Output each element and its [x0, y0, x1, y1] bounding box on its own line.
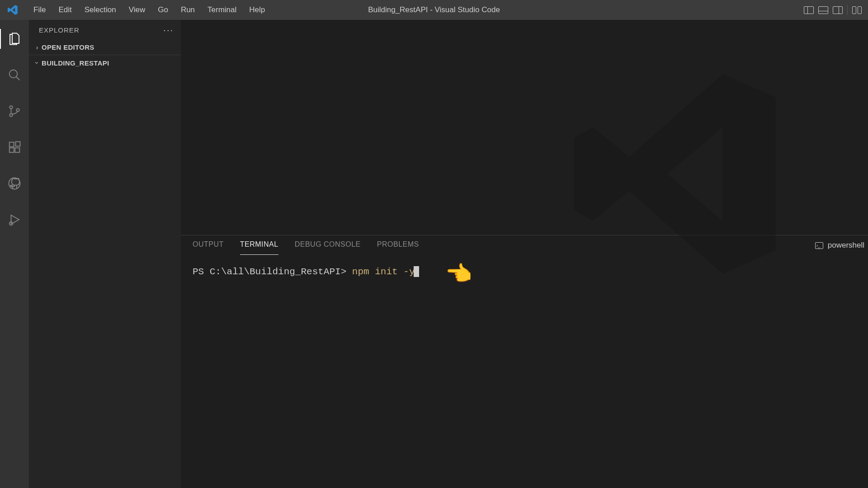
- terminal-body[interactable]: PS C:\all\Building_RestAPI> npm init -y …: [181, 255, 868, 488]
- editor-area: OUTPUT TERMINAL DEBUG CONSOLE PROBLEMS ›…: [181, 20, 868, 488]
- activity-run-debug[interactable]: [0, 207, 29, 232]
- terminal-cursor: [414, 266, 419, 277]
- toggle-panel-icon[interactable]: [818, 6, 828, 14]
- terminal-shell-selector[interactable]: ›_ powershell: [815, 241, 864, 250]
- customize-layout-icon[interactable]: [852, 6, 862, 14]
- svg-rect-8: [16, 142, 20, 146]
- sidebar-explorer: EXPLORER ··· › OPEN EDITORS › BUILDING_R…: [29, 20, 181, 488]
- svg-rect-6: [9, 148, 14, 152]
- menu-file[interactable]: File: [27, 0, 52, 20]
- menu-view[interactable]: View: [123, 0, 152, 20]
- tab-output[interactable]: OUTPUT: [193, 240, 224, 250]
- open-editors-section[interactable]: › OPEN EDITORS: [29, 40, 181, 55]
- menu-edit[interactable]: Edit: [52, 0, 78, 20]
- toggle-primary-sidebar-icon[interactable]: [804, 6, 814, 14]
- files-icon: [8, 32, 21, 46]
- title-bar: File Edit Selection View Go Run Terminal…: [0, 0, 868, 20]
- chevron-right-icon: ›: [33, 44, 42, 51]
- project-folder-section[interactable]: › BUILDING_RESTAPI: [29, 55, 181, 70]
- activity-extensions[interactable]: [0, 135, 29, 160]
- terminal-prompt: PS C:\all\Building_RestAPI>: [193, 267, 352, 277]
- menu-go[interactable]: Go: [151, 0, 175, 20]
- project-folder-label: BUILDING_RESTAPI: [42, 59, 109, 67]
- toggle-secondary-sidebar-icon[interactable]: [833, 6, 843, 14]
- terminal-shell-label: powershell: [828, 241, 864, 250]
- window-title: Building_RestAPI - Visual Studio Code: [368, 5, 500, 14]
- bottom-panel: OUTPUT TERMINAL DEBUG CONSOLE PROBLEMS ›…: [181, 235, 868, 488]
- layout-controls: [804, 5, 862, 15]
- svg-point-4: [16, 108, 19, 111]
- menu-run[interactable]: Run: [175, 0, 201, 20]
- svg-point-0: [9, 70, 18, 78]
- debug-icon: [8, 213, 21, 226]
- svg-point-3: [9, 114, 12, 117]
- chevron-down-icon: ›: [33, 58, 41, 67]
- activity-explorer[interactable]: [0, 26, 29, 52]
- svg-rect-5: [9, 142, 14, 147]
- tab-problems[interactable]: PROBLEMS: [377, 240, 419, 250]
- svg-point-9: [9, 178, 20, 189]
- terminal-shell-icon: ›_: [815, 242, 823, 249]
- tab-debug-console[interactable]: DEBUG CONSOLE: [295, 240, 361, 250]
- sidebar-title: EXPLORER: [39, 26, 80, 34]
- activity-bar: [0, 20, 29, 488]
- panel-tabs: OUTPUT TERMINAL DEBUG CONSOLE PROBLEMS ›…: [181, 235, 868, 255]
- menu-bar: File Edit Selection View Go Run Terminal…: [27, 0, 271, 20]
- sidebar-header: EXPLORER ···: [29, 20, 181, 40]
- sidebar-more-icon[interactable]: ···: [163, 25, 174, 35]
- svg-line-1: [16, 77, 20, 80]
- workbench: EXPLORER ··· › OPEN EDITORS › BUILDING_R…: [0, 20, 868, 488]
- activity-search[interactable]: [0, 62, 29, 88]
- open-editors-label: OPEN EDITORS: [42, 43, 94, 51]
- pointing-hand-annotation-icon: 👉: [446, 261, 473, 287]
- source-control-icon: [8, 104, 21, 118]
- activity-source-control[interactable]: [0, 99, 29, 124]
- github-icon: [8, 177, 21, 190]
- tab-terminal[interactable]: TERMINAL: [240, 240, 278, 250]
- activity-github[interactable]: [0, 171, 29, 196]
- menu-help[interactable]: Help: [243, 0, 271, 20]
- svg-point-2: [9, 106, 12, 108]
- menu-terminal[interactable]: Terminal: [201, 0, 243, 20]
- search-icon: [8, 68, 21, 82]
- vscode-logo-icon: [7, 5, 18, 15]
- extensions-icon: [8, 141, 21, 154]
- svg-rect-7: [15, 148, 19, 152]
- menu-selection[interactable]: Selection: [78, 0, 123, 20]
- editor-empty: [181, 20, 868, 235]
- terminal-command: npm init -y: [352, 267, 415, 277]
- layout-divider: [847, 5, 848, 15]
